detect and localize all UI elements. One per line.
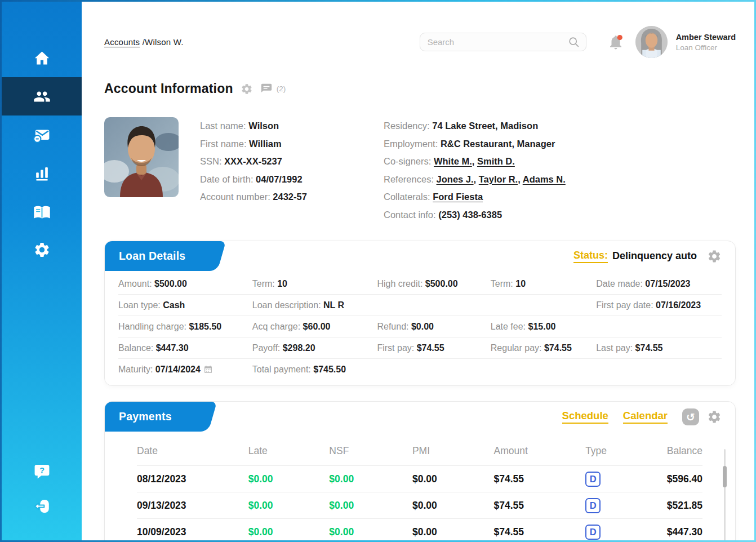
clients-icon [33, 88, 51, 105]
account-field: First name: William [200, 135, 362, 153]
field-value: $15.00 [528, 322, 556, 331]
field-link[interactable]: Ford Fiesta [433, 192, 483, 202]
loan-settings-button[interactable] [707, 249, 722, 264]
sidebar-item-reports[interactable] [2, 154, 82, 192]
loan-field: Term: 10 [252, 278, 377, 289]
payments-scrollbar-thumb[interactable] [723, 466, 727, 487]
comments-button[interactable] [260, 83, 273, 95]
table-row[interactable]: 08/12/2023$0.00$0.00$0.00$74.55D$596.40 [137, 466, 702, 492]
column-header-nsf: NSF [329, 445, 412, 457]
field-value: 2432-57 [273, 192, 307, 202]
field-label: Maturity: [118, 365, 155, 374]
search-box [420, 33, 586, 51]
sidebar-footer-help[interactable]: ? [2, 454, 82, 488]
field-link[interactable]: Adams N. [523, 174, 566, 184]
field-value: $74.55 [635, 343, 663, 353]
field-link[interactable]: Taylor R. [479, 174, 518, 184]
page-settings-button[interactable] [241, 83, 253, 95]
cell-nsf: $0.00 [329, 473, 412, 485]
account-fields-left: Last name: WilsonFirst name: WilliamSSN:… [200, 117, 362, 224]
cell-late: $0.00 [248, 473, 330, 485]
field-value: $500.00 [154, 279, 187, 288]
column-header-date: Date [137, 445, 248, 457]
cell-pmi: $0.00 [412, 473, 494, 485]
history-button[interactable]: ↺ [682, 408, 699, 425]
field-value: (253) 438-6385 [438, 210, 502, 220]
field-link[interactable]: White M. [434, 156, 472, 166]
sidebar-item-messages[interactable] [2, 115, 82, 154]
payments-card: Payments Schedule Calendar ↺ DateLateNSF… [104, 401, 736, 540]
user-name: Amber Steward [676, 33, 736, 42]
field-value: $74.55 [417, 343, 444, 353]
loan-field: Regular pay: $74.55 [491, 343, 596, 353]
sidebar-item-settings[interactable] [2, 230, 82, 269]
loan-field: First pay: $74.55 [377, 343, 490, 353]
cell-type: D [585, 525, 659, 540]
loan-field: Date made: 07/15/2023 [596, 278, 722, 289]
field-value: $500.00 [425, 279, 458, 288]
payments-table: DateLateNSFPMIAmountTypeBalance 08/12/20… [105, 432, 735, 540]
calendar-icon[interactable] [201, 365, 212, 374]
loan-field: Amount: $500.00 [118, 278, 252, 289]
field-value: 10 [515, 279, 526, 288]
loan-field: Last pay: $74.55 [596, 343, 722, 353]
user-menu[interactable]: Amber Steward Loan Officer [635, 26, 736, 58]
field-link[interactable]: Smith D. [477, 156, 515, 166]
sidebar-item-home[interactable] [2, 39, 82, 77]
payments-scrollbar[interactable] [724, 449, 726, 540]
sidebar-item-handbook[interactable] [2, 192, 82, 230]
field-value: 04/07/1992 [256, 174, 303, 184]
loan-details-row: Maturity: 07/14/2024Total payment: $745.… [118, 359, 722, 380]
field-label: First pay: [377, 343, 416, 353]
field-value: 07/15/2023 [645, 279, 690, 288]
breadcrumb-accounts-link[interactable]: Accounts [104, 37, 140, 47]
field-label: Regular pay: [491, 343, 544, 353]
loan-details-header: Loan Details Status: Delinquency auto [105, 241, 735, 271]
account-field: Co-signers: White M., Smith D. [384, 153, 736, 171]
gear-icon [33, 241, 51, 259]
loan-details-row: Handling charge: $185.50Acq charge: $60.… [118, 316, 722, 337]
account-field: Date of birth: 04/07/1992 [200, 171, 362, 189]
field-label: Amount: [118, 279, 154, 288]
logout-icon [33, 497, 51, 515]
field-link[interactable]: Jones J. [437, 174, 474, 184]
sidebar-footer-logout[interactable] [2, 488, 82, 523]
user-avatar [635, 26, 668, 58]
schedule-link[interactable]: Schedule [562, 410, 608, 424]
field-value: $298.20 [283, 343, 315, 353]
cell-date: 09/13/2023 [137, 500, 248, 512]
payments-header: Payments Schedule Calendar ↺ [105, 402, 735, 432]
field-label: Residency: [384, 121, 432, 131]
field-label: Last name: [200, 121, 248, 131]
loan-field: Loan description: NL R [252, 300, 377, 310]
topbar-right: Amber Steward Loan Officer [420, 26, 736, 58]
loan-field [377, 364, 490, 375]
notification-dot [617, 34, 622, 39]
payments-settings-button[interactable] [707, 410, 722, 424]
sidebar-item-clients[interactable] [2, 77, 82, 115]
search-input[interactable] [428, 37, 568, 47]
field-value: William [249, 139, 282, 149]
field-value: Wilson [248, 121, 279, 131]
field-label: First name: [200, 139, 249, 149]
field-value: 07/16/2023 [656, 300, 701, 310]
status-link[interactable]: Status: [573, 250, 608, 263]
calendar-link[interactable]: Calendar [623, 410, 668, 424]
column-header-amount: Amount [493, 445, 585, 457]
cell-nsf: $0.00 [329, 500, 412, 512]
search-icon[interactable] [568, 36, 580, 48]
cell-pmi: $0.00 [412, 500, 494, 512]
notifications-button[interactable] [607, 34, 624, 51]
account-field: SSN: XXX-XX-5237 [200, 153, 362, 171]
account-field: Last name: Wilson [200, 117, 362, 135]
cell-amount: $74.55 [493, 526, 585, 538]
table-row[interactable]: 09/13/2023$0.00$0.00$0.00$74.55D$521.85 [137, 492, 702, 519]
loan-head-right: Status: Delinquency auto [573, 249, 722, 264]
field-label: Term: [252, 279, 277, 288]
user-info: Amber Steward Loan Officer [676, 33, 736, 52]
field-label: Handling charge: [118, 322, 189, 331]
table-row[interactable]: 10/09/2023$0.00$0.00$0.00$74.55D$447.30 [137, 519, 702, 540]
field-label: Balance: [118, 343, 156, 353]
loan-details-card: Loan Details Status: Delinquency auto Am… [104, 241, 736, 386]
field-label: Date made: [596, 279, 645, 288]
